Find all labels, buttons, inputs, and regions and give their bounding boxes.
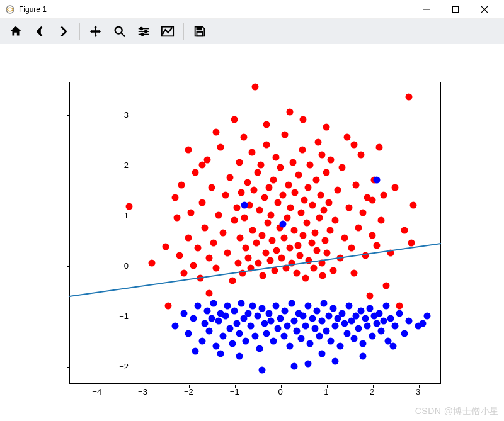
scatter-point xyxy=(316,333,323,340)
y-tick-label: −1 xyxy=(103,312,129,321)
scatter-point xyxy=(389,343,396,350)
scatter-point xyxy=(375,310,382,317)
scatter-point xyxy=(215,212,222,219)
scatter-point xyxy=(287,205,294,211)
scatter-point xyxy=(192,348,199,355)
home-icon[interactable] xyxy=(5,21,26,42)
scatter-point xyxy=(268,212,275,219)
scatter-point xyxy=(290,159,297,166)
save-icon[interactable] xyxy=(189,21,210,42)
scatter-point xyxy=(309,202,316,209)
scatter-point xyxy=(164,303,171,310)
scatter-point xyxy=(328,157,335,164)
svg-point-6 xyxy=(115,27,122,34)
scatter-point xyxy=(346,303,353,310)
scatter-point xyxy=(258,367,265,374)
scatter-point xyxy=(286,109,293,116)
scatter-point xyxy=(300,313,307,320)
scatter-point xyxy=(265,310,272,317)
scatter-point xyxy=(273,247,280,254)
scatter-point xyxy=(275,199,282,206)
zoom-icon[interactable] xyxy=(109,21,130,42)
scatter-point xyxy=(289,300,295,307)
scatter-point xyxy=(332,217,339,224)
scatter-point xyxy=(229,340,236,347)
plot-area[interactable]: −2−10123−4−3−2−10123 xyxy=(0,44,504,403)
y-tick-label: 1 xyxy=(103,211,129,220)
scatter-point xyxy=(392,184,399,191)
scatter-point xyxy=(312,177,319,184)
scatter-point xyxy=(301,197,307,204)
back-icon[interactable] xyxy=(29,21,50,42)
close-button[interactable] xyxy=(470,0,499,19)
scatter-point xyxy=(311,230,318,237)
scatter-point xyxy=(318,152,325,159)
scatter-point xyxy=(290,363,297,370)
app-icon xyxy=(5,4,15,14)
configure-icon[interactable] xyxy=(133,21,154,42)
pan-icon[interactable] xyxy=(85,21,106,42)
scatter-point xyxy=(231,116,238,123)
maximize-button[interactable] xyxy=(441,0,470,19)
scatter-point xyxy=(293,270,300,277)
scatter-point xyxy=(310,265,317,272)
scatter-point xyxy=(290,227,297,234)
scatter-point xyxy=(241,215,248,222)
scatter-point xyxy=(319,272,326,279)
scatter-point xyxy=(378,217,385,224)
scatter-point xyxy=(236,353,243,360)
scatter-point xyxy=(304,303,311,310)
edit-icon[interactable] xyxy=(157,21,178,42)
scatter-point xyxy=(277,164,284,171)
scatter-point xyxy=(265,184,272,191)
scatter-point xyxy=(314,247,321,254)
scatter-point xyxy=(231,217,238,224)
scatter-point xyxy=(260,272,266,279)
scatter-point xyxy=(360,353,367,360)
scatter-point xyxy=(249,303,256,310)
scatter-point xyxy=(222,192,229,199)
y-tick-label: −2 xyxy=(103,362,129,371)
scatter-point xyxy=(248,149,255,156)
forward-icon[interactable] xyxy=(53,21,74,42)
scatter-point xyxy=(350,270,357,277)
scatter-point xyxy=(238,189,245,196)
scatter-point xyxy=(339,310,346,317)
scatter-point xyxy=(297,335,304,342)
x-tick-label: 2 xyxy=(370,387,374,396)
scatter-point xyxy=(353,182,360,189)
scatter-point xyxy=(192,169,199,176)
scatter-point xyxy=(350,142,357,149)
scatter-point xyxy=(201,225,208,232)
scatter-point xyxy=(387,315,394,322)
scatter-point xyxy=(329,267,336,274)
scatter-point xyxy=(279,192,286,199)
scatter-point xyxy=(217,351,224,357)
scatter-point xyxy=(300,116,307,123)
scatter-point xyxy=(199,162,206,169)
scatter-point xyxy=(270,338,277,345)
scatter-point xyxy=(210,300,217,307)
scatter-point xyxy=(314,308,321,315)
scatter-point xyxy=(280,333,287,340)
scatter-point xyxy=(258,232,265,239)
scatter-point xyxy=(254,169,261,176)
scatter-point xyxy=(256,207,263,214)
y-tick-label: 2 xyxy=(103,160,129,170)
scatter-point xyxy=(233,205,240,211)
scatter-point xyxy=(220,230,227,237)
scatter-point xyxy=(406,94,413,101)
scatter-point xyxy=(272,154,279,161)
scatter-point xyxy=(321,207,328,214)
scatter-point xyxy=(264,220,271,227)
x-tick-label: −2 xyxy=(184,387,193,396)
scatter-point xyxy=(278,255,285,262)
scatter-point xyxy=(262,250,269,257)
scatter-point xyxy=(318,318,325,325)
scatter-point xyxy=(243,338,249,345)
scatter-point xyxy=(362,315,369,322)
scatter-point xyxy=(302,275,309,282)
scatter-point xyxy=(171,323,178,330)
scatter-point xyxy=(206,290,213,297)
minimize-button[interactable] xyxy=(412,0,441,19)
